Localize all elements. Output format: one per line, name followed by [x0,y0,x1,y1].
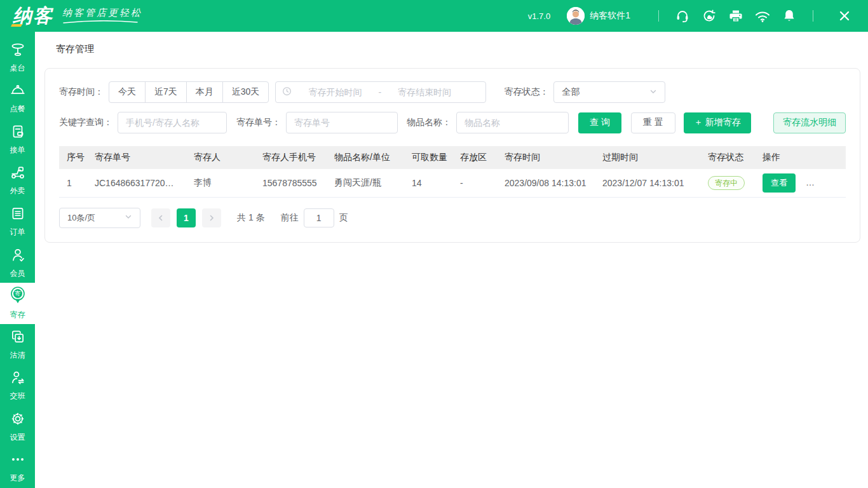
reset-button[interactable]: 重 置 [631,112,675,133]
avatar[interactable] [567,7,585,25]
cell-order-no: JC16486631772078... [87,169,186,197]
cell-actions: 查看 取出 [755,169,846,197]
chevron-down-icon [649,87,657,97]
page-unit-label: 页 [339,212,348,224]
chevron-down-icon [125,213,132,222]
sidebar-item-label: 会员 [10,268,25,279]
range-today-button[interactable]: 今天 [109,81,146,103]
next-page-button[interactable] [202,208,221,227]
sidebar-item-label: 桌台 [10,63,25,74]
logo-text: 纳客 [13,6,53,25]
sidebar-item-more[interactable]: 更多 [0,447,35,488]
col-actions: 操作 [755,146,846,169]
col-qty: 可取数量 [404,146,452,169]
goto-page-input[interactable] [304,208,334,227]
app-logo: 纳客 纳客管店更轻松 [13,6,142,25]
cloud-sync-icon[interactable] [696,6,722,25]
date-range-picker[interactable]: - [275,81,486,103]
keyword-input[interactable] [118,112,227,133]
clock-icon [282,86,292,98]
plus-icon: ＋ [694,117,703,128]
deposit-status-label: 寄存状态： [504,86,548,98]
prev-page-button[interactable] [151,208,170,227]
col-status: 寄存状态 [700,146,755,169]
deposit-status-select[interactable]: 全部 [553,81,665,103]
col-person: 寄存人 [186,146,255,169]
table-header-row: 序号 寄存单号 寄存人 寄存人手机号 物品名称/单位 可取数量 存放区 寄存时间… [59,146,846,169]
logo-slogan: 纳客管店更轻松 [62,7,142,19]
deposit-card: 寄存时间： 今天 近7天 本月 近30天 - [44,68,860,243]
sidebar-item-settings[interactable]: 设置 [0,406,35,447]
username[interactable]: 纳客软件1 [590,10,630,22]
top-bar: 纳客 纳客管店更轻松 v1.7.0 纳客软件1 [0,0,868,32]
sidebar-item-members[interactable]: 会员 [0,242,35,283]
sidebar-item-ordering[interactable]: 点餐 [0,78,35,119]
range-month-button[interactable]: 本月 [186,81,223,103]
sidebar-item-delivery[interactable]: 外卖 [0,160,35,201]
topbar-divider-2 [813,10,813,22]
page-title: 寄存管理 [35,32,868,55]
range-30days-button[interactable]: 近30天 [222,81,269,103]
sidebar-item-label: 沽清 [10,350,25,361]
search-button[interactable]: 查 询 [578,112,621,133]
topbar-divider [658,10,659,22]
col-order-no: 寄存单号 [87,146,186,169]
keyword-label: 关键字查询： [59,117,112,128]
col-item: 物品名称/单位 [327,146,404,169]
quick-range-group: 今天 近7天 本月 近30天 [109,81,269,103]
sidebar-item-orders[interactable]: 订单 [0,201,35,242]
printer-icon[interactable] [722,6,749,25]
cell-deposit-time: 2023/09/08 14:13:01 [497,169,595,197]
sidebar-item-label: 交班 [10,391,25,402]
wifi-icon[interactable] [749,6,776,25]
sidebar-item-shift[interactable]: 交班 [0,365,35,406]
deposit-time-label: 寄存时间： [59,86,104,98]
sidebar-item-receive-orders[interactable]: 接单 [0,119,35,160]
order-no-label: 寄存单号： [236,117,281,128]
member-icon [10,247,26,266]
deposit-start-time-input[interactable] [294,87,376,97]
deposit-end-time-input[interactable] [384,87,465,97]
status-badge: 寄存中 [708,176,745,190]
sidebar-item-label: 更多 [10,473,25,484]
sidebar-item-label: 外卖 [10,186,25,196]
deposit-icon-char: 寄 [15,290,20,297]
cell-item: 勇闯天涯/瓶 [327,169,404,197]
main-content: 寄存管理 寄存时间： 今天 近7天 本月 近30天 [35,32,868,488]
range-7days-button[interactable]: 近7天 [145,81,187,103]
close-icon[interactable] [831,6,858,25]
cell-phone: 15678785555 [255,169,327,197]
col-expire-time: 过期时间 [595,146,700,169]
sidebar-item-label: 接单 [10,145,25,156]
sidebar-item-label: 设置 [10,432,25,443]
cell-person: 李博 [186,169,255,197]
delivery-scooter-icon [10,164,26,183]
sidebar-item-deposit[interactable]: 寄 寄存 [0,283,35,324]
sidebar-item-label: 订单 [10,227,25,238]
takeout-button[interactable]: 取出 [806,173,839,193]
order-receive-icon [10,123,26,142]
total-count-text: 共 1 条 [237,212,265,224]
item-name-input[interactable] [456,112,569,133]
sidebar-item-sellout[interactable]: 沽清 [0,324,35,365]
order-no-input[interactable] [286,112,398,133]
current-page-button[interactable]: 1 [177,208,196,227]
deposit-flow-detail-button[interactable]: 寄存流水明细 [773,112,846,133]
sidebar-item-tables[interactable]: 桌台 [0,37,35,78]
logo-accent [11,24,22,27]
bell-icon[interactable] [776,6,803,25]
cell-expire-time: 2023/12/07 14:13:01 [595,169,700,197]
more-dots-icon [10,451,26,470]
customer-service-icon[interactable] [669,6,696,25]
col-phone: 寄存人手机号 [255,146,327,169]
page-size-select[interactable]: 10条/页 [59,208,140,228]
add-deposit-button[interactable]: ＋新增寄存 [684,112,751,133]
col-area: 存放区 [452,146,497,169]
cell-index: 1 [59,169,87,197]
slogan-underline [62,20,139,24]
col-index: 序号 [59,146,87,169]
table-row: 1 JC16486631772078... 李博 15678785555 勇闯天… [59,169,846,197]
settings-gear-icon [10,410,26,430]
col-deposit-time: 寄存时间 [497,146,595,169]
view-button[interactable]: 查看 [763,173,796,193]
